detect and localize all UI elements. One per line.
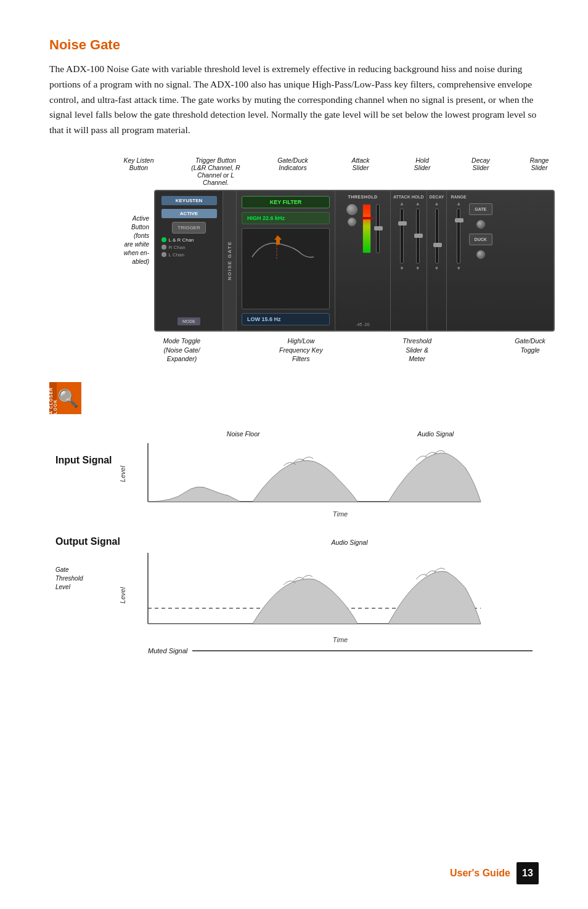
hold-handle[interactable] — [414, 234, 423, 238]
range-gate-section: RANGE ▲ ▼ GATE DUCK — [447, 191, 496, 330]
attack-group: ATTACK ▲ ▼ — [393, 195, 410, 327]
closer-look-text: A CLOSER LOOK — [49, 382, 57, 414]
page: Noise Gate The ADX-100 Noise Gate with v… — [0, 0, 588, 909]
output-chart-block: Output Signal GateThresholdLevel Level A… — [55, 536, 533, 654]
lr-chan-dot — [161, 237, 166, 242]
threshold-indicator[interactable] — [362, 217, 373, 219]
diagram-section: Key Listen Button Trigger Button (L&R Ch… — [49, 157, 539, 364]
page-footer: User's Guide 13 — [450, 862, 539, 884]
label-threshold-slider: ThresholdSlider &Meter — [393, 336, 442, 364]
keyusten-button[interactable]: KEYUSTEN — [161, 196, 217, 205]
section-title: Noise Gate — [49, 37, 539, 53]
input-chart-area: Level Noise Floor Audio Signal — [129, 430, 533, 518]
l-chan-label: L Chan — [169, 252, 185, 258]
attack-slider[interactable] — [400, 208, 404, 264]
hold-label: HOLD — [412, 195, 424, 199]
output-signal-title: Output Signal — [55, 536, 129, 547]
gate-duck-buttons: GATE DUCK — [469, 195, 492, 259]
label-key-listen: Key Listen Button — [117, 157, 160, 186]
output-x-label: Time — [148, 636, 533, 643]
threshold-meter-bar — [362, 204, 371, 253]
active-button[interactable]: ACTIVE — [161, 209, 217, 218]
attack-handle[interactable] — [398, 221, 407, 226]
gate-threshold-label: GateThresholdLevel — [55, 566, 129, 592]
noise-floor-label: Noise Floor — [227, 430, 260, 438]
output-bottom-labels: Time Muted Signal — [148, 636, 533, 654]
label-hold: HoldSlider — [407, 157, 438, 186]
output-y-label: Level — [119, 587, 126, 603]
r-chan-label: R Chan — [169, 245, 186, 250]
key-filter-label: KEY FILTER — [242, 196, 330, 208]
high-filter-label[interactable]: HIGH 22.6 kHz — [242, 212, 330, 224]
input-chart-svg — [129, 440, 487, 508]
hold-slider[interactable] — [416, 208, 420, 264]
output-title-area: Output Signal GateThresholdLevel — [55, 536, 129, 592]
filter-curve-svg — [246, 232, 320, 263]
hold-group: HOLD ▲ ▼ — [412, 195, 424, 327]
input-x-label: Time — [148, 510, 533, 518]
lr-chan-label: L & R Chan — [169, 237, 194, 243]
muted-signal-label: Muted Signal — [148, 647, 187, 654]
ahr-sliders: ATTACK ▲ ▼ HOLD ▲ — [391, 191, 427, 330]
range-handle[interactable] — [455, 218, 463, 222]
muted-signal-container: Muted Signal — [148, 647, 533, 654]
label-high-low-freq: High/LowFrequency KeyFilters — [273, 336, 329, 364]
ng-left-panel: KEYUSTEN ACTIVE TRIGGER L & R Chan R Cha… — [155, 191, 223, 330]
filter-graph-area — [242, 228, 330, 309]
trigger-button[interactable]: TRIGGER — [172, 222, 205, 234]
closer-look-section: A CLOSER LOOK 🔍 — [49, 376, 539, 418]
gate-knob[interactable] — [476, 220, 485, 229]
magnify-icon: 🔍 — [57, 388, 79, 409]
threshold-scale: -45-20 — [356, 322, 369, 327]
threshold-knob[interactable] — [346, 204, 357, 215]
duck-knob[interactable] — [476, 250, 485, 259]
channel-selector: L & R Chan R Chan L Chan — [161, 237, 217, 258]
decay-label: DECAY — [430, 195, 444, 199]
input-chart-top-labels: Noise Floor Audio Signal — [129, 430, 533, 438]
label-gate-duck: Gate/DuckIndicators — [271, 157, 314, 186]
body-text: The ADX-100 Noise Gate with variable thr… — [49, 62, 539, 138]
noise-gate-device: KEYUSTEN ACTIVE TRIGGER L & R Chan R Cha… — [154, 190, 555, 332]
decay-slider[interactable] — [435, 208, 439, 264]
label-mode-toggle: Mode Toggle(Noise Gate/Expander) — [154, 336, 210, 364]
page-number: 13 — [517, 862, 539, 884]
threshold-knob-group — [346, 204, 357, 226]
input-y-label: Level — [119, 466, 126, 482]
input-signal-title: Input Signal — [55, 430, 129, 466]
range-group: RANGE ▲ ▼ — [451, 195, 466, 271]
label-range: RangeSlider — [524, 157, 555, 186]
threshold-knob2[interactable] — [348, 218, 356, 226]
decay-group: DECAY ▲ ▼ — [430, 195, 444, 327]
duck-button[interactable]: DUCK — [469, 234, 492, 245]
label-trigger-button: Trigger Button (L&R Channel, R Channel o… — [188, 157, 243, 186]
label-attack: AttackSlider — [342, 157, 379, 186]
key-filter-panel: KEY FILTER HIGH 22.6 kHz LOW 15.6 Hz — [237, 191, 335, 330]
audio-signal-label-input: Audio Signal — [417, 430, 454, 438]
r-chan-dot — [161, 245, 166, 250]
label-decay: DecaySlider — [465, 157, 496, 186]
noise-gate-vertical-label: NOISE GATE — [223, 191, 237, 330]
audio-signal-label-output: Audio Signal — [332, 539, 368, 546]
user-guide-label: User's Guide — [450, 868, 510, 879]
label-active-button: ActiveButton(fontsare whitewhen en-abled… — [86, 190, 154, 266]
output-chart-area: Level Audio Signal — [129, 536, 533, 654]
label-gate-duck-toggle: Gate/DuckToggle — [505, 336, 555, 364]
low-filter-label[interactable]: LOW 15.6 Hz — [242, 313, 330, 325]
charts-section: Input Signal Level Noise Floor Audio Sig… — [49, 430, 539, 654]
range-slider[interactable] — [457, 208, 460, 264]
mode-button[interactable]: MODE — [178, 317, 200, 325]
closer-look-icon: A CLOSER LOOK 🔍 — [49, 382, 81, 414]
threshold-controls — [346, 202, 380, 320]
bottom-diagram-labels: Mode Toggle(Noise Gate/Expander) High/Lo… — [86, 336, 555, 364]
threshold-slider-handle[interactable] — [374, 226, 383, 230]
threshold-slider-track[interactable] — [376, 204, 380, 253]
range-label: RANGE — [451, 195, 466, 199]
threshold-panel: THRESHOLD — [335, 191, 391, 330]
threshold-panel-label: THRESHOLD — [348, 195, 377, 199]
decay-handle[interactable] — [433, 243, 442, 247]
threshold-slider-group — [376, 204, 380, 253]
threshold-meter-group — [362, 204, 371, 253]
output-chart-svg — [129, 550, 487, 636]
gate-button[interactable]: GATE — [469, 203, 492, 215]
attack-label: ATTACK — [393, 195, 410, 199]
